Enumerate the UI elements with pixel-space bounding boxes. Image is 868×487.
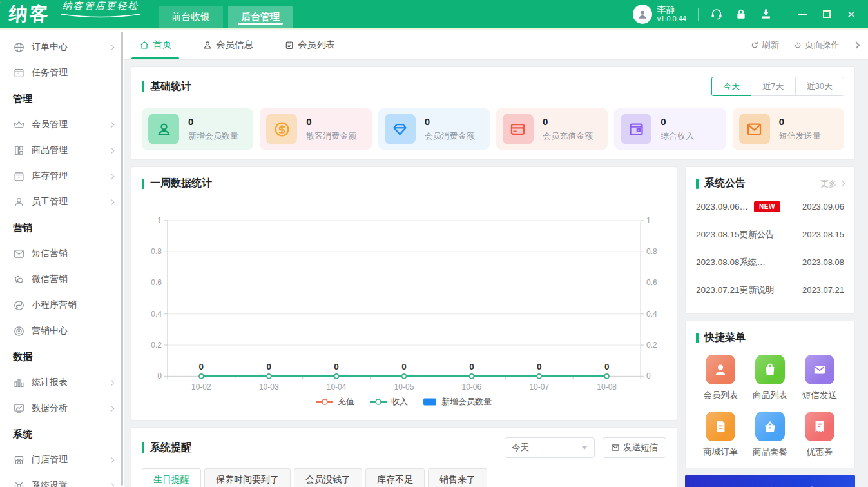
maximize-icon[interactable] [820,8,833,21]
svg-text:0.6: 0.6 [151,278,162,287]
announcements-more-link[interactable]: 更多 [820,178,844,190]
mail-icon [611,443,620,452]
stat-value: 0 [661,116,694,127]
logo-accent-icon [0,1,1,6]
sidebar-item-member-manage[interactable]: 会员管理 [0,112,124,137]
collapse-chevron-icon[interactable] [853,41,860,48]
sidebar-item-label: 门店管理 [32,454,68,466]
home-icon [139,40,149,50]
tab-member-info[interactable]: 会员信息 [187,30,269,59]
line-marker-icon [370,398,387,406]
page-tabbar: 首页 会员信息 会员列表 刷新 页面操作 [124,30,868,60]
close-icon[interactable]: × [845,8,858,21]
range-30days-button[interactable]: 近30天 [795,77,844,96]
lock-icon[interactable] [735,8,747,21]
sidebar-item-system-settings[interactable]: 系统设置 [0,473,124,487]
user-info[interactable]: 李静 v1.0.0.44 [633,5,686,24]
announcement-row[interactable]: 2023.07.21更新说明 2023.07.21 [696,276,844,304]
sidebar-scrollbar[interactable] [121,32,123,486]
send-sms-label: 发送短信 [623,442,658,453]
quick-sms-send[interactable]: 短信发送 [802,355,837,401]
page-operations-button[interactable]: 页面操作 [793,39,840,51]
tab-home[interactable]: 首页 [124,30,187,59]
weekly-line-chart[interactable]: 000.20.20.40.40.60.60.80.81110-0210-0310… [142,195,666,393]
quick-goods-package[interactable]: 商品套餐 [753,412,787,458]
weekly-chart-panel: 一周数据统计 000.20.20.40.40.60.60.80.81110-02… [131,166,677,421]
quick-goods-list[interactable]: 商品列表 [753,355,787,401]
legend-item-recharge[interactable]: 充值 [316,396,354,408]
announcement-row[interactable]: 2023.08.15更新公告 2023.08.15 [696,221,844,248]
sidebar-item-inventory-manage[interactable]: 库存管理 [0,163,124,189]
staff-icon [13,196,25,208]
reminder-tab-birthday[interactable]: 生日提醒 [142,468,201,487]
svg-text:0.8: 0.8 [646,247,657,256]
stat-value: 0 [779,116,821,127]
app-header: 纳客 纳客管店更轻松 前台收银 后台管理 李静 v1.0.0.44 [0,0,868,29]
legend-item-income[interactable]: 收入 [370,396,408,408]
tagline-text: 纳客管店更轻松 [63,0,139,12]
sidebar-item-statistics-report[interactable]: 统计报表 [0,370,124,395]
range-7days-button[interactable]: 近7天 [751,77,795,96]
front-cashier-button[interactable]: 前台收银 [159,6,223,28]
sidebar-item-staff-manage[interactable]: 员工管理 [0,189,124,215]
gear-icon [13,480,25,487]
tab-member-list[interactable]: 会员列表 [269,30,351,59]
sidebar-item-label: 任务管理 [32,67,68,79]
send-sms-button[interactable]: 发送短信 [603,437,666,458]
ad-banner[interactable]: 双屏刷脸收银机 刷脸支付 [685,475,855,487]
chevron-right-icon [108,457,115,463]
legend-item-new-members[interactable]: 新增会员数量 [423,396,492,408]
header-divider [698,8,699,21]
inventory-icon [13,170,25,183]
more-label: 更多 [820,178,837,190]
sidebar-item-order-center[interactable]: 订单中心 [0,34,124,60]
weekly-chart-title: 一周数据统计 [142,177,666,190]
sidebar-item-sms-marketing[interactable]: 短信营销 [0,241,124,266]
sidebar-item-task-manage[interactable]: 任务管理 [0,60,124,86]
announcement-row[interactable]: 2023.09.06…NEW 2023.09.06 [696,193,844,221]
quick-mall-order[interactable]: 商城订单 [703,412,738,458]
reminder-tab-low-stock[interactable]: 库存不足 [365,468,425,487]
legend-label: 新增会员数量 [441,396,492,408]
header-divider [784,8,784,21]
system-reminder-panel: 系统提醒 今天 发送短信 生日提醒 保养时间要到了 [131,427,677,487]
svg-text:0: 0 [604,362,609,372]
date-range-group: 今天 近7天 近30天 [711,77,844,96]
sidebar-item-goods-manage[interactable]: 商品管理 [0,137,124,163]
sidebar-item-marketing-center[interactable]: 营销中心 [0,318,124,344]
announcement-row[interactable]: 2023.08.08系统… 2023.08.08 [696,248,844,276]
reminder-tab-maintenance[interactable]: 保养时间要到了 [204,468,291,487]
customer-service-icon[interactable] [710,8,723,21]
announcements-title: 系统公告 [696,177,746,190]
sms-send-icon [805,355,834,384]
download-icon[interactable] [759,8,772,21]
line-marker-icon [316,398,333,406]
quick-coupon[interactable]: 优惠券 [805,412,834,458]
stat-label: 会员充值金额 [543,130,593,142]
reminder-date-select[interactable]: 今天 [505,437,595,458]
user-avatar-icon [637,8,648,20]
svg-text:0: 0 [334,362,338,372]
chart-legend: 充值 收入 新增会员数量 [142,396,666,408]
chevron-right-icon [108,147,115,154]
minimize-icon[interactable] [796,8,809,21]
sidebar: 订单中心 任务管理 管理 会员管理 商品管理 库存管理 员工管理 营销 短信营销… [0,30,124,487]
sidebar-item-miniapp-marketing[interactable]: 小程序营销 [0,292,124,318]
svg-text:0: 0 [266,362,271,372]
bank-card-icon [503,114,534,144]
sms-icon [13,248,25,260]
reminder-tab-no-balance[interactable]: 会员没钱了 [294,468,362,487]
app-tagline: 纳客管店更轻松 [59,0,142,28]
sidebar-item-store-manage[interactable]: 门店管理 [0,447,124,473]
svg-text:0.8: 0.8 [151,247,162,256]
refresh-label: 刷新 [762,39,779,51]
quick-member-list[interactable]: 会员列表 [703,355,738,401]
stat-label: 综合收入 [661,130,694,142]
backend-manage-button[interactable]: 后台管理 [228,6,293,28]
range-today-button[interactable]: 今天 [711,77,751,96]
sidebar-item-wechat-marketing[interactable]: 微信营销 [0,266,124,292]
reminder-tab-sales[interactable]: 销售来了 [428,468,487,487]
sidebar-item-label: 员工管理 [32,196,68,208]
refresh-button[interactable]: 刷新 [750,39,779,51]
sidebar-item-data-analysis[interactable]: 数据分析 [0,395,124,421]
